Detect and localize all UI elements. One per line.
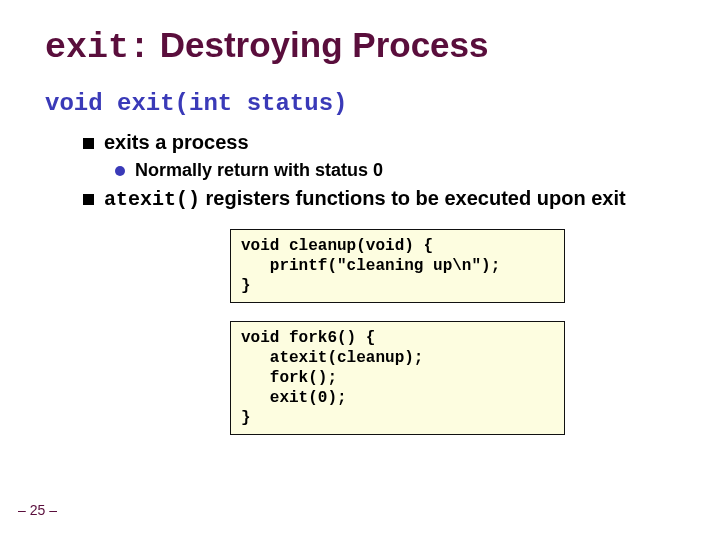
title-rest: Destroying Process [150, 25, 488, 64]
bullet-atexit: atexit() registers functions to be execu… [83, 187, 675, 211]
function-signature: void exit(int status) [45, 90, 675, 117]
code-block-cleanup: void cleanup(void) { printf("cleaning up… [230, 229, 565, 303]
atexit-rest: registers functions to be executed upon … [200, 187, 626, 209]
circle-bullet-icon [115, 166, 125, 176]
bullet-text: exits a process [104, 131, 249, 154]
bullet-text: atexit() registers functions to be execu… [104, 187, 626, 211]
bullet-exits-process: exits a process [83, 131, 675, 154]
square-bullet-icon [83, 194, 94, 205]
page-number: – 25 – [18, 502, 57, 518]
square-bullet-icon [83, 138, 94, 149]
title-mono: exit: [45, 28, 150, 68]
slide: exit: Destroying Process void exit(int s… [0, 0, 720, 435]
code-block-fork6: void fork6() { atexit(cleanup); fork(); … [230, 321, 565, 435]
slide-title: exit: Destroying Process [45, 25, 675, 68]
bullet-text: Normally return with status 0 [135, 160, 383, 181]
atexit-code: atexit() [104, 188, 200, 211]
bullet-status-zero: Normally return with status 0 [115, 160, 675, 181]
